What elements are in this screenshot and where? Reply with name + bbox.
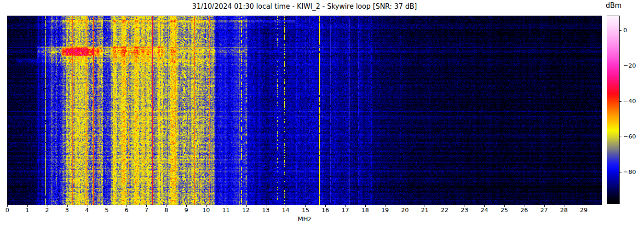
- x-tick-label: 20: [397, 207, 413, 213]
- x-tick-label: 1: [19, 207, 35, 213]
- colorbar-tick-label: 0: [623, 27, 627, 34]
- x-tick-label: 21: [417, 207, 432, 213]
- x-tick-label: 6: [119, 207, 134, 213]
- x-tick-label: 9: [178, 207, 194, 213]
- x-tick-label: 19: [377, 207, 393, 213]
- spectrogram-canvas: [7, 16, 602, 205]
- x-tick-label: 2: [39, 207, 55, 213]
- x-tick-label: 25: [496, 207, 512, 213]
- waterfall-figure: 31/10/2024 01:30 local time - KIWI_2 - S…: [0, 0, 644, 230]
- colorbar-tick-mark: [620, 30, 621, 31]
- x-tick-label: 22: [437, 207, 453, 213]
- x-tick-label: 5: [99, 207, 115, 213]
- x-tick-label: 12: [238, 207, 254, 213]
- x-axis-label: MHz: [7, 216, 602, 223]
- x-tick-label: 26: [516, 207, 532, 213]
- colorbar-tick-mark: [620, 137, 621, 137]
- x-tick-label: 17: [338, 207, 353, 213]
- x-tick-label: 18: [357, 207, 373, 213]
- x-tick-label: 13: [258, 207, 274, 213]
- x-tick-label: 8: [159, 207, 174, 213]
- x-tick-label: 3: [59, 207, 75, 213]
- x-tick-label: 28: [556, 207, 572, 213]
- x-tick-label: 7: [138, 207, 154, 213]
- colorbar-tick-label: −80: [623, 168, 636, 176]
- x-tick-label: 14: [278, 207, 293, 213]
- x-tick-label: 4: [79, 207, 95, 213]
- colorbar-unit-label: dBm: [599, 1, 628, 10]
- x-tick-label: 29: [576, 207, 592, 213]
- x-tick-label: 10: [198, 207, 214, 213]
- colorbar-tick-label: −40: [623, 98, 636, 105]
- colorbar-canvas: [607, 16, 620, 204]
- x-tick-label: 16: [317, 207, 333, 213]
- x-tick-label: 0: [0, 207, 15, 213]
- colorbar-tick-mark: [620, 172, 621, 172]
- x-tick-label: 11: [218, 207, 234, 213]
- plot-title: 31/10/2024 01:30 local time - KIWI_2 - S…: [7, 2, 602, 11]
- x-tick-label: 24: [477, 207, 492, 213]
- colorbar-tick-label: −60: [623, 133, 636, 140]
- colorbar-tick-mark: [620, 101, 621, 102]
- colorbar-tick-label: −20: [623, 62, 636, 69]
- x-tick-label: 27: [536, 207, 552, 213]
- x-tick-label: 15: [298, 207, 313, 213]
- x-tick-label: 23: [457, 207, 472, 213]
- colorbar-tick-mark: [620, 66, 621, 66]
